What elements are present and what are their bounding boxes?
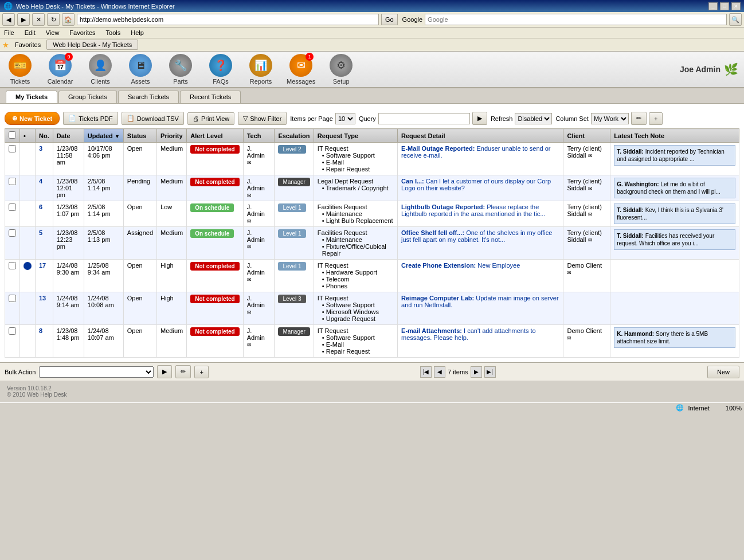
bulk-edit-button[interactable]: ✏ <box>175 365 191 378</box>
col-latest-tech-note[interactable]: Latest Tech Note <box>610 129 739 143</box>
client-email-icon[interactable]: ✉ <box>588 237 593 243</box>
nav-faqs[interactable]: ❓ FAQs <box>206 54 235 85</box>
favorites-tab[interactable]: Web Help Desk - My Tickets <box>46 40 138 50</box>
new-ticket-button[interactable]: ⊕ New Ticket <box>5 112 60 125</box>
detail-link[interactable]: Can I...: Can I let a customer of ours d… <box>401 178 551 191</box>
menu-file[interactable]: File <box>2 29 16 37</box>
tech-email-icon[interactable]: ✉ <box>247 160 252 166</box>
nav-messages[interactable]: ✉ 1 Messages <box>287 54 315 85</box>
col-updated[interactable]: Updated ▼ <box>84 129 123 143</box>
first-page-button[interactable]: |◀ <box>420 366 432 378</box>
ticket-number-link[interactable]: 13 <box>39 295 46 301</box>
row-checkbox[interactable] <box>9 327 16 335</box>
address-bar[interactable] <box>77 14 379 25</box>
close-button[interactable]: ✕ <box>731 2 741 10</box>
col-client[interactable]: Client <box>563 129 610 143</box>
refresh-nav-button[interactable]: ↻ <box>47 13 60 26</box>
restore-button[interactable]: □ <box>720 2 729 10</box>
column-set-edit-button[interactable]: ✏ <box>631 112 647 125</box>
row-checkbox[interactable] <box>9 178 16 185</box>
bulk-action-select[interactable] <box>39 366 154 378</box>
bulk-go-button[interactable]: ▶ <box>157 365 172 378</box>
client-email-icon[interactable]: ✉ <box>567 335 571 341</box>
tech-email-icon[interactable]: ✉ <box>247 277 252 283</box>
query-input[interactable] <box>378 113 470 124</box>
row-checkbox[interactable] <box>9 262 16 269</box>
print-view-button[interactable]: 🖨 Print View <box>187 112 234 125</box>
last-page-button[interactable]: ▶| <box>484 366 496 378</box>
col-checkbox[interactable] <box>5 129 20 143</box>
tab-search-tickets[interactable]: Search Tickets <box>118 91 179 103</box>
detail-link[interactable]: Office Shelf fell off...: One of the she… <box>401 229 552 243</box>
client-email-icon[interactable]: ✉ <box>588 153 593 159</box>
detail-link[interactable]: Create Phone Extension: New Employee <box>401 262 520 269</box>
search-go-button[interactable]: 🔍 <box>729 13 742 26</box>
forward-button[interactable]: ▶ <box>17 13 30 26</box>
menu-edit[interactable]: Edit <box>23 29 37 37</box>
column-set-add-button[interactable]: + <box>649 112 663 125</box>
tab-recent-tickets[interactable]: Recent Tickets <box>180 91 241 103</box>
col-tech[interactable]: Tech <box>243 129 275 143</box>
nav-tickets[interactable]: 🎫 Tickets <box>6 54 34 85</box>
detail-link[interactable]: Reimage Computer Lab: Update main image … <box>401 295 559 308</box>
nav-parts[interactable]: 🔧 Parts <box>166 54 195 85</box>
go-button[interactable]: Go <box>381 14 398 25</box>
bottom-new-button[interactable]: New <box>707 366 739 378</box>
row-checkbox[interactable] <box>9 295 16 302</box>
select-all-checkbox[interactable] <box>9 131 16 139</box>
col-status[interactable]: Status <box>123 129 156 143</box>
col-no[interactable]: No. <box>36 129 53 143</box>
nav-calendar[interactable]: 📅 9 Calendar <box>46 54 75 85</box>
nav-setup[interactable]: ⚙ Setup <box>327 54 355 85</box>
client-email-icon[interactable]: ✉ <box>567 270 571 276</box>
query-go-button[interactable]: ▶ <box>472 112 487 125</box>
tab-my-tickets[interactable]: My Tickets <box>6 91 57 103</box>
tab-group-tickets[interactable]: Group Tickets <box>58 91 117 103</box>
browser-search-input[interactable] <box>425 14 727 25</box>
download-tsv-button[interactable]: 📋 Download TSV <box>122 112 184 125</box>
ticket-number-link[interactable]: 5 <box>39 229 42 236</box>
col-escalation[interactable]: Escalation <box>275 129 314 143</box>
detail-link[interactable]: Lightbulb Outage Reported: Please replac… <box>401 203 545 217</box>
bulk-add-button[interactable]: + <box>194 366 208 378</box>
menu-tools[interactable]: Tools <box>104 29 123 37</box>
minimize-button[interactable]: _ <box>708 2 718 10</box>
refresh-select[interactable]: Disabled30s60s <box>515 113 552 124</box>
tech-email-icon[interactable]: ✉ <box>247 244 252 250</box>
detail-link[interactable]: E-Mail Outage Reported: Enduser unable t… <box>401 145 550 159</box>
row-checkbox[interactable] <box>9 145 16 152</box>
items-per-page-select[interactable]: 102550 <box>335 113 355 124</box>
col-priority[interactable]: Priority <box>157 129 187 143</box>
home-button[interactable]: 🏠 <box>62 13 75 26</box>
col-request-detail[interactable]: Request Detail <box>398 129 563 143</box>
ticket-number-link[interactable]: 6 <box>39 203 42 210</box>
row-checkbox[interactable] <box>9 203 16 211</box>
nav-reports[interactable]: 📊 Reports <box>246 54 275 85</box>
next-page-button[interactable]: ▶ <box>471 366 482 378</box>
ticket-number-link[interactable]: 8 <box>39 327 42 334</box>
nav-assets[interactable]: 🖥 Assets <box>126 54 155 85</box>
stop-button[interactable]: ✕ <box>32 13 45 26</box>
col-date[interactable]: Date <box>53 129 84 143</box>
tech-email-icon[interactable]: ✉ <box>247 310 252 315</box>
prev-page-button[interactable]: ◀ <box>434 366 445 378</box>
ticket-number-link[interactable]: 4 <box>39 178 42 185</box>
column-set-select[interactable]: My Work <box>591 113 629 124</box>
nav-clients[interactable]: 👤 Clients <box>86 54 115 85</box>
tickets-pdf-button[interactable]: 📄 Tickets PDF <box>63 112 118 125</box>
row-checkbox[interactable] <box>9 229 16 237</box>
menu-help[interactable]: Help <box>129 29 146 37</box>
client-email-icon[interactable]: ✉ <box>588 212 593 217</box>
client-email-icon[interactable]: ✉ <box>588 186 593 191</box>
tech-email-icon[interactable]: ✉ <box>247 218 252 224</box>
tech-email-icon[interactable]: ✉ <box>247 193 252 198</box>
ticket-number-link[interactable]: 3 <box>39 145 42 152</box>
col-request-type[interactable]: Request Type <box>314 129 397 143</box>
menu-favorites[interactable]: Favorites <box>68 29 97 37</box>
show-filter-button[interactable]: ▽ Show Filter <box>238 112 287 125</box>
detail-link[interactable]: E-mail Attachments: I can't add attachme… <box>401 327 536 341</box>
menu-view[interactable]: View <box>44 29 61 37</box>
ticket-number-link[interactable]: 17 <box>39 262 46 269</box>
tech-email-icon[interactable]: ✉ <box>247 342 252 348</box>
col-alert-level[interactable]: Alert Level <box>187 129 243 143</box>
